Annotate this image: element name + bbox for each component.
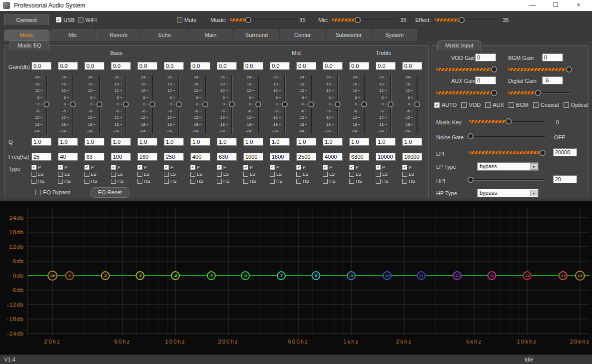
eq-gain-slider[interactable]: 24181260-6-12-18-24 bbox=[324, 74, 342, 135]
type-hs-checkbox[interactable]: HS bbox=[296, 179, 309, 184]
eq-q-input[interactable] bbox=[376, 138, 396, 146]
lpf-slider[interactable] bbox=[469, 149, 545, 156]
type-hs-checkbox[interactable]: HS bbox=[190, 179, 203, 184]
chevron-down-icon[interactable]: ▼ bbox=[530, 163, 538, 170]
slider-thumb[interactable] bbox=[70, 101, 76, 107]
eq-q-input[interactable] bbox=[217, 138, 237, 146]
eq-freq-input[interactable] bbox=[164, 153, 184, 161]
type-p-checkbox[interactable]: ✓P bbox=[164, 165, 177, 170]
slider-thumb[interactable] bbox=[535, 90, 541, 96]
eq-freq-input[interactable] bbox=[190, 153, 210, 161]
slider-thumb[interactable] bbox=[255, 101, 261, 107]
eq-gain-slider[interactable]: 24181260-6-12-18-24 bbox=[350, 74, 368, 135]
tab-surround[interactable]: Surround bbox=[234, 29, 279, 41]
eq-gain-input[interactable] bbox=[190, 62, 210, 70]
tab-system[interactable]: System bbox=[372, 29, 417, 41]
slider-thumb[interactable] bbox=[468, 133, 474, 140]
type-ls-checkbox[interactable]: LS bbox=[84, 172, 97, 177]
effect-volume-slider[interactable] bbox=[435, 16, 499, 23]
eq-gain-input[interactable] bbox=[349, 62, 369, 70]
eq-freq-input[interactable] bbox=[111, 153, 131, 161]
slider-thumb[interactable] bbox=[202, 101, 208, 107]
type-p-checkbox[interactable]: ✓P bbox=[84, 165, 97, 170]
slider-thumb[interactable] bbox=[361, 101, 367, 107]
slider-thumb[interactable] bbox=[388, 101, 394, 107]
digital-gain-input[interactable] bbox=[542, 76, 563, 84]
tab-mic[interactable]: Mic bbox=[50, 29, 95, 41]
minimize-button[interactable]: — bbox=[521, 0, 544, 11]
eq-gain-slider[interactable]: 24181260-6-12-18-24 bbox=[85, 74, 103, 135]
slider-thumb[interactable] bbox=[123, 101, 129, 107]
type-hs-checkbox[interactable]: HS bbox=[84, 179, 97, 184]
eq-freq-input[interactable] bbox=[402, 153, 422, 161]
type-ls-checkbox[interactable]: LS bbox=[376, 172, 389, 177]
eq-gain-slider[interactable]: 24181260-6-12-18-24 bbox=[377, 74, 395, 135]
eq-gain-slider[interactable]: 24181260-6-12-18-24 bbox=[271, 74, 289, 135]
hpf-slider[interactable] bbox=[469, 176, 545, 183]
eq-gain-input[interactable] bbox=[243, 62, 263, 70]
slider-thumb[interactable] bbox=[282, 101, 288, 107]
auto-checkbox[interactable]: ✓AUTO bbox=[434, 102, 457, 108]
eq-freq-input[interactable] bbox=[84, 153, 104, 161]
eq-q-input[interactable] bbox=[111, 138, 131, 146]
type-hs-checkbox[interactable]: HS bbox=[376, 179, 389, 184]
eq-q-input[interactable] bbox=[164, 138, 184, 146]
coaxial-checkbox[interactable]: Coaxial bbox=[533, 102, 559, 108]
eq-gain-input[interactable] bbox=[217, 62, 237, 70]
eq-gain-input[interactable] bbox=[111, 62, 131, 70]
tab-main[interactable]: Main bbox=[188, 29, 233, 41]
noise-gate-slider[interactable] bbox=[469, 133, 545, 140]
eq-gain-slider[interactable]: 24181260-6-12-18-24 bbox=[112, 74, 130, 135]
tab-center[interactable]: Center bbox=[280, 29, 325, 41]
eq-gain-input[interactable] bbox=[323, 62, 343, 70]
slider-thumb[interactable] bbox=[491, 66, 497, 73]
eq-gain-input[interactable] bbox=[164, 62, 184, 70]
chevron-down-icon[interactable]: ▼ bbox=[530, 190, 538, 196]
eq-q-input[interactable] bbox=[137, 138, 157, 146]
slider-thumb[interactable] bbox=[96, 101, 102, 107]
type-ls-checkbox[interactable]: LS bbox=[31, 172, 44, 177]
aux-gain-slider[interactable] bbox=[436, 89, 495, 96]
type-hs-checkbox[interactable]: HS bbox=[31, 179, 44, 184]
eq-q-input[interactable] bbox=[58, 138, 78, 146]
eq-freq-input[interactable] bbox=[243, 153, 263, 161]
slider-thumb[interactable] bbox=[149, 101, 155, 107]
slider-thumb[interactable] bbox=[43, 101, 49, 107]
maximize-button[interactable] bbox=[544, 0, 567, 11]
type-p-checkbox[interactable]: ✓P bbox=[217, 165, 230, 170]
type-p-checkbox[interactable]: ✓P bbox=[58, 165, 71, 170]
type-p-checkbox[interactable]: ✓P bbox=[270, 165, 283, 170]
slider-thumb[interactable] bbox=[308, 101, 314, 107]
slider-thumb[interactable] bbox=[335, 101, 341, 107]
type-ls-checkbox[interactable]: LS bbox=[190, 172, 203, 177]
type-p-checkbox[interactable]: ✓P bbox=[349, 165, 362, 170]
eq-gain-input[interactable] bbox=[58, 62, 78, 70]
type-hs-checkbox[interactable]: HS bbox=[137, 179, 150, 184]
type-hs-checkbox[interactable]: HS bbox=[270, 179, 283, 184]
eq-q-input[interactable] bbox=[31, 138, 51, 146]
usb-checkbox[interactable]: ✓ USB bbox=[56, 17, 75, 23]
type-hs-checkbox[interactable]: HS bbox=[323, 179, 336, 184]
type-ls-checkbox[interactable]: LS bbox=[217, 172, 230, 177]
type-ls-checkbox[interactable]: LS bbox=[349, 172, 362, 177]
music-key-slider[interactable] bbox=[469, 118, 545, 125]
type-hs-checkbox[interactable]: HS bbox=[349, 179, 362, 184]
slider-thumb[interactable] bbox=[245, 16, 252, 23]
eq-gain-input[interactable] bbox=[137, 62, 157, 70]
eq-gain-input[interactable] bbox=[376, 62, 396, 70]
eq-reset-button[interactable]: EQ Reset bbox=[90, 187, 129, 198]
mic-volume-slider[interactable] bbox=[332, 16, 396, 23]
tab-subwoofer[interactable]: Subwoofer bbox=[326, 29, 371, 41]
bgm-gain-slider[interactable] bbox=[508, 66, 570, 73]
type-p-checkbox[interactable]: ✓P bbox=[31, 165, 44, 170]
eq-q-input[interactable] bbox=[349, 138, 369, 146]
eq-gain-slider[interactable]: 24181260-6-12-18-24 bbox=[297, 74, 315, 135]
eq-gain-input[interactable] bbox=[402, 62, 422, 70]
music-volume-slider[interactable] bbox=[230, 16, 295, 23]
type-ls-checkbox[interactable]: LS bbox=[323, 172, 336, 177]
type-hs-checkbox[interactable]: HS bbox=[243, 179, 256, 184]
slider-thumb[interactable] bbox=[355, 16, 361, 23]
eq-gain-slider[interactable]: 24181260-6-12-18-24 bbox=[59, 74, 77, 135]
eq-gain-input[interactable] bbox=[296, 62, 316, 70]
eq-freq-input[interactable] bbox=[58, 153, 78, 161]
